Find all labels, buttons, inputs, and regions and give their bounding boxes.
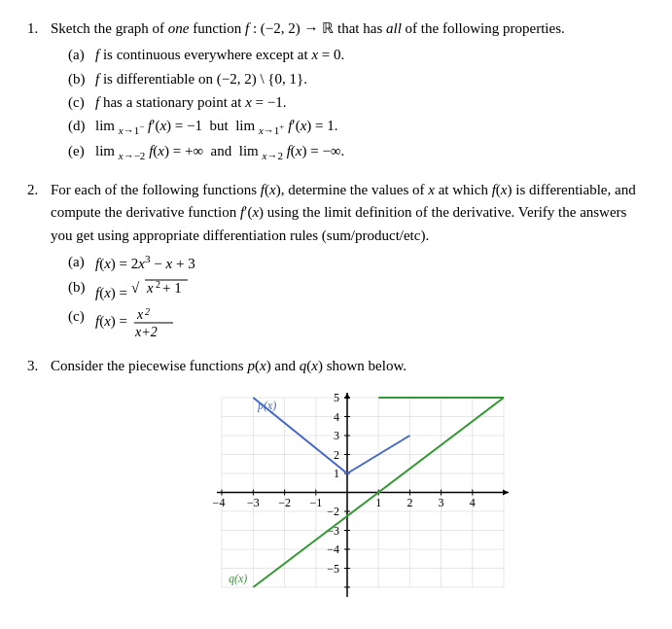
problem-1-row: 1. Sketch the graph of one function f : … <box>27 17 645 165</box>
graph-container: −4 −3 −2 −1 1 2 3 4 5 4 3 2 1 −2 −3 −4 <box>168 388 528 621</box>
subitem-2c: (c) f(x) = x 2 x+2 <box>68 305 645 340</box>
xlabel-m4: −4 <box>212 496 225 509</box>
subitem-2a-label: (a) <box>68 251 89 273</box>
xlabel-4: 4 <box>469 496 475 509</box>
problem-1-subitems: (a) f is continuous everywhere except at… <box>68 44 645 164</box>
lim1-sub: x→1− <box>119 124 144 136</box>
problem-1-number: 1. <box>27 17 45 40</box>
ylabel-m5: −5 <box>327 561 339 575</box>
ylabel-m2: −2 <box>327 505 339 518</box>
xlabel-m3: −3 <box>247 496 260 509</box>
subitem-1b-content: f is differentiable on (−2, 2) \ {0, 1}. <box>95 68 645 90</box>
problem-2-intro: For each of the following functions f(x)… <box>51 182 636 243</box>
problem-2-content: For each of the following functions f(x)… <box>51 179 645 341</box>
problem-3-number: 3. <box>27 355 45 377</box>
problem-3-row: 3. Consider the piecewise functions p(x)… <box>27 355 645 620</box>
lim-label-3: lim <box>95 143 115 158</box>
subitem-1c-content: f has a stationary point at x = −1. <box>95 91 645 114</box>
subitem-2c-label: (c) <box>68 305 89 328</box>
ylabel-5: 5 <box>334 391 339 404</box>
xlabel-1: 1 <box>375 496 381 509</box>
subitem-2c-content: f(x) = x 2 x+2 <box>95 305 645 340</box>
lim2-sub: x→1+ <box>259 124 284 136</box>
problem-2: 2. For each of the following functions f… <box>27 179 645 341</box>
subitem-2b-label: (b) <box>68 276 89 298</box>
subitem-1c-label: (c) <box>68 91 89 114</box>
subitem-2a-content: f(x) = 2x3 − x + 3 <box>95 251 645 275</box>
problem-1: 1. Sketch the graph of one function f : … <box>27 17 645 165</box>
ylabel-4: 4 <box>334 409 339 423</box>
subitem-1a-content: f is continuous everywhere except at x =… <box>95 44 645 66</box>
problem-3-content: Consider the piecewise functions p(x) an… <box>51 355 645 620</box>
subitem-1e-label: (e) <box>68 140 89 162</box>
problem-2-subitems: (a) f(x) = 2x3 − x + 3 (b) f(x) = √ x <box>68 251 645 341</box>
sqrt-svg: √ x 2 + 1 <box>131 276 190 297</box>
subitem-1a-label: (a) <box>68 44 89 66</box>
svg-text:√: √ <box>131 280 140 296</box>
subitem-2a: (a) f(x) = 2x3 − x + 3 <box>68 251 645 275</box>
problem-3: 3. Consider the piecewise functions p(x)… <box>27 355 645 620</box>
svg-text:2: 2 <box>156 279 160 290</box>
problem-1-intro: Sketch the graph of one function f : (−2… <box>51 20 565 36</box>
problem-1-content: Sketch the graph of one function f : (−2… <box>51 17 645 165</box>
svg-text:2: 2 <box>145 306 150 317</box>
subitem-1e-content: lim x→−2 f(x) = +∞ and lim x→2 f(x) = −∞… <box>95 140 645 164</box>
subitem-1b: (b) f is differentiable on (−2, 2) \ {0,… <box>68 68 645 90</box>
fraction-expr: x 2 x+2 <box>133 305 174 340</box>
svg-text:x+2: x+2 <box>134 325 158 339</box>
ylabel-3: 3 <box>334 429 339 442</box>
x-axis-arrow <box>503 489 509 495</box>
p-label: p(x) <box>257 399 276 412</box>
lim3-sub: x→−2 <box>119 150 146 161</box>
lim4-sub: x→2 <box>263 150 283 161</box>
subitem-2b: (b) f(x) = √ x 2 + 1 <box>68 276 645 304</box>
lim-label-1: lim <box>95 118 115 133</box>
xlabel-2: 2 <box>407 496 412 509</box>
xlabel-m2: −2 <box>278 496 291 509</box>
lim-label-4: lim <box>239 143 259 158</box>
q-label: q(x) <box>229 572 247 585</box>
sqrt-expr: √ x 2 + 1 <box>131 276 190 297</box>
problem-2-number: 2. <box>27 179 45 201</box>
subitem-1d: (d) lim x→1− f′(x) = −1 but lim x→1+ f′(… <box>68 115 645 139</box>
svg-text:x: x <box>146 280 154 296</box>
ylabel-m4: −4 <box>327 542 339 556</box>
subitem-1e: (e) lim x→−2 f(x) = +∞ and lim x→2 f(x) … <box>68 140 645 164</box>
lim-label-2: lim <box>235 118 255 133</box>
problem-2-row: 2. For each of the following functions f… <box>27 179 645 341</box>
graph-svg: −4 −3 −2 −1 1 2 3 4 5 4 3 2 1 −2 −3 −4 <box>168 388 528 621</box>
subitem-1c: (c) f has a stationary point at x = −1. <box>68 91 645 114</box>
ylabel-2: 2 <box>334 447 339 461</box>
problem-3-intro: Consider the piecewise functions p(x) an… <box>51 358 407 373</box>
xlabel-3: 3 <box>438 496 443 509</box>
xlabel-m1: −1 <box>309 496 322 509</box>
subitem-1d-label: (d) <box>68 115 89 137</box>
svg-text:x: x <box>136 307 144 322</box>
subitem-1a: (a) f is continuous everywhere except at… <box>68 44 645 66</box>
subitem-1b-label: (b) <box>68 68 89 90</box>
fraction-svg: x 2 x+2 <box>133 305 174 340</box>
svg-text:+ 1: + 1 <box>162 280 182 296</box>
subitem-2b-content: f(x) = √ x 2 + 1 <box>95 276 645 304</box>
subitem-1d-content: lim x→1− f′(x) = −1 but lim x→1+ f′(x) =… <box>95 115 645 139</box>
ylabel-1: 1 <box>334 467 339 480</box>
